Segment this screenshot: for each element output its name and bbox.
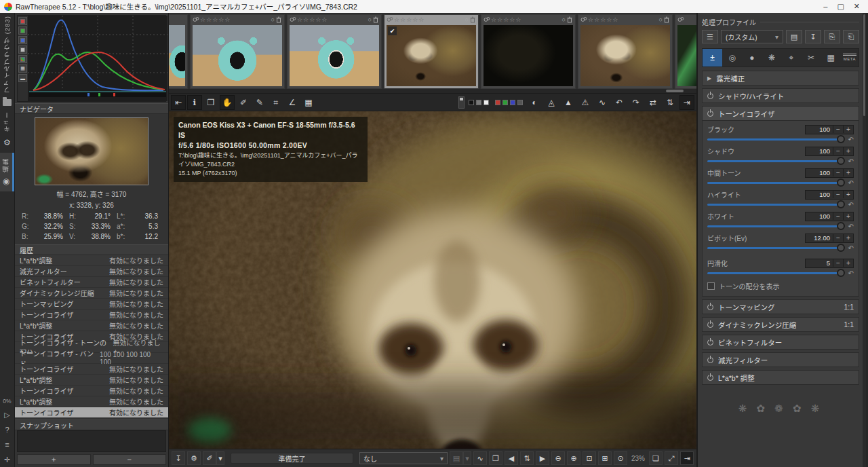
- tab-file-browser[interactable]: ファイルブラウザ (283): [3, 16, 12, 94]
- power-icon[interactable]: [707, 111, 713, 117]
- history-row[interactable]: 減光フィルター無効になりました: [15, 266, 168, 277]
- color-label-icon[interactable]: ○: [368, 16, 372, 23]
- highlight-clip-button[interactable]: ▲: [561, 95, 576, 110]
- star-rating[interactable]: ☆☆☆☆☆: [297, 16, 328, 23]
- collapse-right-panel-button[interactable]: ⇥: [679, 95, 694, 110]
- history-row[interactable]: トーンイコライザ無効になりました: [15, 310, 168, 320]
- tab-advanced[interactable]: ❋: [762, 49, 781, 67]
- slider-track[interactable]: [707, 182, 844, 184]
- increment-button[interactable]: +: [843, 259, 853, 267]
- send-to-editor-dropdown[interactable]: ▾: [216, 451, 224, 465]
- rotate-left-button[interactable]: ↶: [612, 95, 627, 110]
- history-row[interactable]: L*a*b*調整無効になりました: [15, 320, 168, 331]
- filmstrip-thumbnail[interactable]: ☆☆☆☆☆ ○: [287, 14, 382, 89]
- profile-list-button[interactable]: ☰: [702, 30, 718, 43]
- power-icon[interactable]: [707, 339, 713, 345]
- filmstrip-thumbnail[interactable]: [169, 14, 188, 89]
- slider-track[interactable]: [707, 160, 844, 162]
- reset-icon[interactable]: ↶: [848, 179, 854, 187]
- tab-local[interactable]: ▦: [821, 49, 841, 67]
- right-panel-scrollbar[interactable]: [863, 13, 866, 467]
- link-icon[interactable]: [290, 16, 296, 23]
- preview-mode-button[interactable]: ∿: [473, 451, 487, 465]
- history-row-selected[interactable]: トーンイコライザ有効になりました: [15, 407, 168, 418]
- channel-green-swatch[interactable]: [502, 100, 508, 105]
- color-label-icon[interactable]: ○: [271, 16, 275, 23]
- maximize-button[interactable]: ▢: [837, 2, 844, 11]
- tab-queue[interactable]: キュー: [3, 111, 12, 133]
- slider-thumb[interactable]: [837, 179, 845, 187]
- tab-raw[interactable]: ✂: [802, 49, 821, 67]
- slider-spinbox[interactable]: 5−+: [805, 259, 854, 268]
- straighten-tool-button[interactable]: ∠: [285, 95, 300, 110]
- reset-icon[interactable]: ↶: [848, 157, 854, 165]
- increment-button[interactable]: +: [843, 169, 853, 176]
- trash-icon[interactable]: [372, 16, 379, 23]
- histogram-mode-toggle[interactable]: ▬: [18, 74, 27, 82]
- add-to-editor-icon[interactable]: ▷: [4, 410, 9, 419]
- lab-adjustments-expander[interactable]: L*a*b* 調整: [702, 370, 859, 385]
- link-icon[interactable]: [484, 16, 490, 23]
- slider-thumb[interactable]: [837, 244, 845, 252]
- show-tonal-map-checkbox-row[interactable]: トーンの配分を表示: [707, 281, 854, 291]
- slider-spinbox[interactable]: 100−+: [805, 125, 854, 134]
- increment-button[interactable]: +: [843, 126, 853, 133]
- next-image-button[interactable]: ▶: [536, 451, 549, 465]
- tone-equalizer-expander[interactable]: トーンイコライザ: [702, 106, 859, 121]
- slider-spinbox[interactable]: 100−+: [805, 190, 854, 200]
- increment-button[interactable]: +: [843, 191, 853, 198]
- star-rating[interactable]: ☆☆☆☆☆: [588, 16, 618, 23]
- color-picker-button[interactable]: ✐: [236, 95, 251, 110]
- decrement-button[interactable]: −: [833, 169, 843, 176]
- slider-thumb[interactable]: [837, 222, 845, 230]
- help-icon[interactable]: ?: [5, 425, 9, 434]
- tab-detail[interactable]: ◎: [722, 49, 742, 67]
- link-icon[interactable]: [677, 16, 684, 23]
- channel-luma-swatch[interactable]: [517, 100, 523, 105]
- filmstrip-thumbnail[interactable]: ☆☆☆☆☆ ○: [190, 14, 285, 89]
- tab-metadata[interactable]: META: [843, 54, 856, 62]
- tone-mapping-expander[interactable]: トーンマッピング 1:1: [702, 299, 859, 314]
- history-header[interactable]: 履歴: [15, 244, 168, 255]
- save-image-button[interactable]: ↧: [172, 451, 185, 465]
- paste-profile-button[interactable]: ⎗: [843, 30, 859, 43]
- slider-track[interactable]: [707, 138, 844, 141]
- slider-thumb[interactable]: [837, 135, 845, 143]
- color-label-icon[interactable]: ○: [465, 16, 469, 23]
- flip-horizontal-button[interactable]: ⇄: [646, 95, 660, 110]
- slider-spinbox[interactable]: 100−+: [805, 212, 854, 221]
- decrement-button[interactable]: −: [833, 126, 843, 133]
- history-row[interactable]: トーンイコライザ - バンド100 100 100 100 100: [15, 353, 168, 364]
- toggle-images-button[interactable]: ⇅: [520, 451, 534, 465]
- increment-button[interactable]: +: [843, 212, 853, 220]
- channel-red-swatch[interactable]: [495, 100, 500, 105]
- slider-thumb[interactable]: [837, 157, 845, 165]
- history-row[interactable]: トーンイコライザ無効になりました: [15, 386, 168, 396]
- link-icon[interactable]: [387, 16, 393, 23]
- flip-vertical-button[interactable]: ⇅: [663, 95, 677, 110]
- star-rating[interactable]: ☆☆☆☆☆: [491, 16, 521, 23]
- collapse-left-panel-button[interactable]: ⇤: [171, 95, 186, 110]
- split-view-button[interactable]: ❐: [489, 451, 502, 465]
- image-canvas[interactable]: Canon EOS Kiss X3 + Canon EF-S 18-55mm f…: [169, 111, 696, 449]
- decrement-button[interactable]: −: [833, 212, 843, 220]
- add-to-queue-button[interactable]: ⚙: [187, 451, 201, 465]
- info-button[interactable]: ℹ: [187, 95, 202, 110]
- perspective-tool-button[interactable]: ▦: [301, 95, 316, 110]
- copy-profile-button[interactable]: ⎘: [824, 30, 840, 43]
- trash-icon[interactable]: [275, 16, 282, 23]
- link-icon[interactable]: [193, 16, 199, 23]
- color-picker-list-button[interactable]: ✎: [252, 95, 267, 110]
- delete-snapshot-button[interactable]: −: [93, 454, 167, 465]
- tab-transform[interactable]: ⌖: [781, 49, 801, 67]
- histogram-luma-toggle[interactable]: [18, 45, 27, 54]
- trash-icon[interactable]: [566, 16, 573, 23]
- checkbox-icon[interactable]: [707, 282, 715, 290]
- star-rating[interactable]: ☆☆☆☆☆: [394, 16, 425, 23]
- vignette-filter-expander[interactable]: ビネットフィルター: [702, 335, 859, 350]
- history-row[interactable]: ビネットフィルター無効になりました: [15, 277, 168, 288]
- power-icon[interactable]: [707, 304, 713, 310]
- background-mini-slider[interactable]: [458, 96, 465, 109]
- preferences-icon[interactable]: ≡: [5, 440, 9, 449]
- filmstrip-thumbnail-selected[interactable]: ☆☆☆☆☆ ○ ✔: [384, 14, 479, 89]
